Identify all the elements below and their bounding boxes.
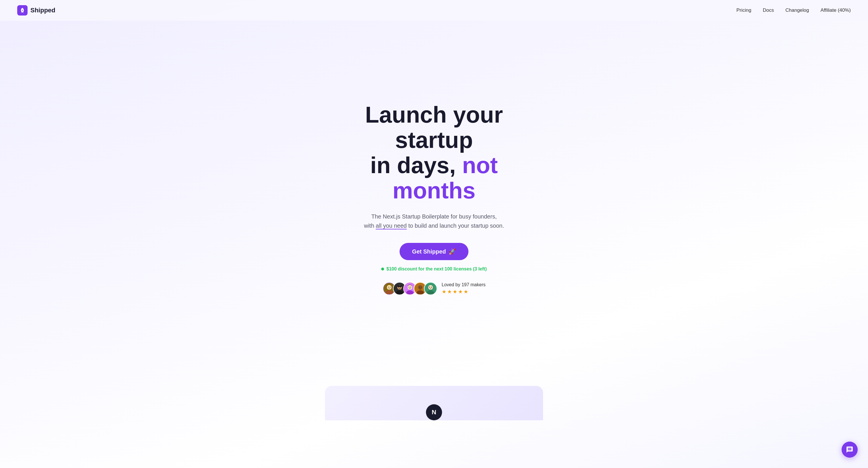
rocket-icon: 🚀 (448, 248, 456, 255)
star-2: ★ (447, 288, 452, 295)
bottom-card: N (325, 386, 543, 420)
star-1: ★ (442, 288, 446, 295)
nav-link-affiliate[interactable]: Affiliate (40%) (820, 7, 851, 13)
social-makers-text: Loved by 197 makers (442, 282, 486, 287)
chat-icon (846, 446, 854, 454)
hero-subtitle: The Next.js Startup Boilerplate for busy… (364, 212, 504, 230)
chat-bubble-button[interactable] (842, 442, 858, 458)
next-icon: N (426, 404, 442, 420)
nav-link-pricing[interactable]: Pricing (737, 7, 751, 13)
logo-text: Shipped (30, 7, 55, 14)
discount-text: $100 discount for the next 100 licenses … (386, 267, 487, 272)
star-3: ★ (453, 288, 457, 295)
svg-point-15 (408, 287, 409, 288)
nav-links: Pricing Docs Changelog Affiliate (40%) (737, 7, 851, 13)
star-5: ★ (464, 288, 468, 295)
svg-point-4 (388, 287, 389, 288)
social-proof: Loved by 197 makers ★ ★ ★ ★ ★ (383, 282, 486, 295)
avatar (424, 282, 437, 295)
nav-link-docs[interactable]: Docs (763, 7, 774, 13)
star-4: ★ (458, 288, 463, 295)
discount-badge: $100 discount for the next 100 licenses … (381, 267, 487, 272)
cta-button-label: Get Shipped (412, 248, 446, 255)
logo-icon (17, 5, 28, 15)
hero-title: Launch your startup in days, not months (334, 102, 534, 203)
hero-title-line2-normal: in days, (370, 152, 462, 178)
star-rating: ★ ★ ★ ★ ★ (442, 288, 468, 295)
hero-section: Launch your startup in days, not months … (0, 0, 868, 374)
svg-point-20 (419, 287, 420, 288)
logo-link[interactable]: Shipped (17, 5, 55, 15)
social-text: Loved by 197 makers ★ ★ ★ ★ ★ (442, 282, 486, 295)
hero-title-line1: Launch your startup (365, 102, 503, 153)
avatar-group (383, 282, 437, 295)
svg-point-5 (390, 287, 391, 288)
svg-point-16 (410, 287, 411, 288)
hero-underline-text: all you need (376, 222, 407, 229)
discount-dot (381, 268, 384, 271)
svg-point-21 (421, 287, 422, 288)
navbar: Shipped Pricing Docs Changelog Affiliate… (0, 0, 868, 21)
svg-rect-11 (397, 285, 402, 287)
svg-point-26 (431, 287, 432, 288)
cta-button[interactable]: Get Shipped 🚀 (400, 243, 469, 260)
bottom-section: N (0, 386, 868, 420)
svg-point-25 (429, 287, 430, 288)
nav-link-changelog[interactable]: Changelog (785, 7, 809, 13)
